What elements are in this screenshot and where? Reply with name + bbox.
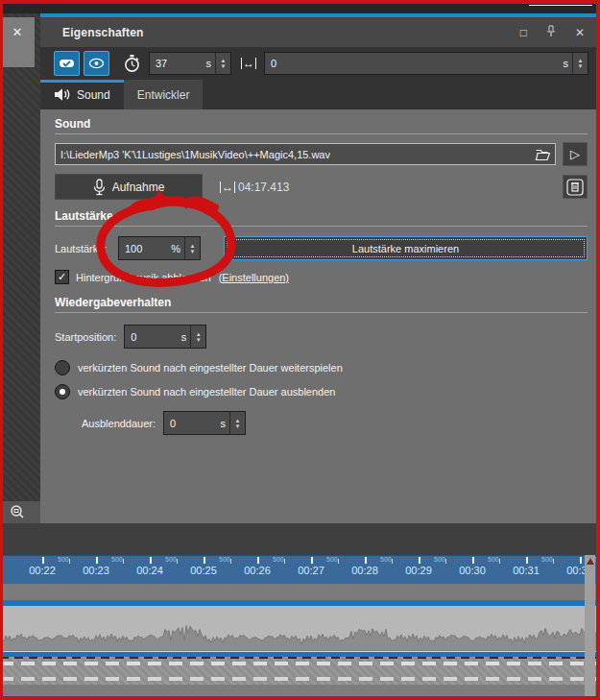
- radio-fade-out-label[interactable]: verkürzten Sound nach eingestellter Daue…: [78, 386, 335, 398]
- major-tick: [526, 557, 528, 564]
- background-music-fade-checkbox[interactable]: ✓: [55, 270, 69, 284]
- ruler-sub-label: 500: [219, 556, 230, 563]
- ruler-time-label: 00:26: [244, 565, 271, 576]
- play-icon: ▷: [570, 147, 580, 161]
- major-tick: [311, 557, 313, 564]
- sound-section-title: Sound: [55, 117, 588, 134]
- major-tick: [472, 557, 474, 564]
- background-music-fade-label[interactable]: Hintergrundmusik abblenden: [76, 272, 211, 283]
- track-dashed-border: [0, 657, 600, 659]
- timeline-ruler[interactable]: 00:2250000:2350000:2450000:2550000:26500…: [0, 555, 600, 586]
- minor-tick: [392, 559, 393, 564]
- annotation-border-right: [596, 0, 600, 700]
- volume-label: Lautstärke:: [55, 243, 118, 254]
- record-button[interactable]: Aufnahme: [55, 174, 203, 200]
- open-folder-icon[interactable]: [535, 148, 551, 161]
- visibility-toggle-button[interactable]: [84, 51, 109, 76]
- spin-down-icon[interactable]: ▼: [578, 63, 584, 69]
- duration-range-icon: ↔: [220, 181, 235, 193]
- ruler-time-label: 00:27: [298, 565, 324, 576]
- record-button-label: Aufnahme: [112, 181, 165, 194]
- dock-close-tile[interactable]: ✕: [0, 17, 35, 67]
- link-check-toggle-button[interactable]: [54, 51, 80, 76]
- panel-content: Sound I:\LiederMp3 'K'\1Lustiges\1MusikV…: [40, 109, 596, 523]
- duration-spinner[interactable]: ▲ ▼: [215, 53, 230, 74]
- microphone-icon: [93, 179, 106, 196]
- timeline-upper-strip: [0, 523, 600, 555]
- scroll-up-icon[interactable]: [587, 558, 594, 565]
- volume-section-title: Lautstärke: [55, 209, 588, 227]
- close-icon[interactable]: ✕: [12, 25, 23, 39]
- ruler-sub-label: 500: [434, 556, 445, 563]
- maximize-volume-button[interactable]: Lautstärke maximieren: [224, 236, 588, 260]
- minor-tick: [123, 559, 124, 564]
- spin-down-icon[interactable]: ▼: [190, 249, 196, 254]
- annotation-border-bottom: [0, 696, 600, 700]
- volume-spinner[interactable]: ▲ ▼: [184, 237, 200, 259]
- radio-continue-playing[interactable]: [55, 360, 70, 375]
- object-duration-field[interactable]: 37 s ▲ ▼: [149, 52, 231, 75]
- play-sound-button[interactable]: ▷: [563, 142, 588, 166]
- offset-spinner[interactable]: ▲ ▼: [572, 53, 588, 74]
- major-tick: [419, 557, 420, 564]
- spin-down-icon[interactable]: ▼: [235, 423, 241, 429]
- duration-unit: s: [206, 58, 212, 69]
- annotation-border-top: [0, 0, 600, 4]
- minor-tick: [284, 559, 285, 564]
- eye-icon: [88, 58, 105, 69]
- delete-sound-button[interactable]: [563, 175, 588, 199]
- minor-tick: [230, 559, 231, 564]
- ruler-sub-label: 500: [165, 556, 177, 563]
- fade-duration-field[interactable]: 0 s ▲ ▼: [163, 411, 246, 435]
- sound-duration-display: ↔ 04:17.413: [220, 181, 289, 194]
- ruler-sub-label: 500: [326, 556, 338, 563]
- empty-track-row[interactable]: [0, 657, 600, 687]
- duration-value[interactable]: 37: [156, 58, 167, 69]
- tab-sound[interactable]: Sound: [40, 80, 124, 109]
- zoom-tool-strip[interactable]: [0, 501, 40, 523]
- close-icon[interactable]: ✕: [575, 27, 585, 38]
- spin-down-icon[interactable]: ▼: [196, 337, 202, 343]
- volume-field[interactable]: 100 % ▲ ▼: [118, 236, 201, 260]
- radio-fade-out[interactable]: [55, 384, 70, 399]
- pin-icon[interactable]: [546, 25, 556, 39]
- maximize-volume-label: Lautstärke maximieren: [352, 243, 459, 254]
- link-check-icon: [59, 58, 75, 69]
- magnifier-icon[interactable]: [9, 504, 26, 521]
- radio-continue-playing-label[interactable]: verkürzten Sound nach eingestellter Daue…: [78, 362, 343, 374]
- offset-value[interactable]: 0: [271, 58, 276, 69]
- ruler-time-label: 00:31: [513, 565, 540, 576]
- fade-duration-spinner[interactable]: ▲ ▼: [229, 412, 245, 434]
- properties-panel: Eigenschaften □ ✕: [40, 13, 596, 523]
- track-dash-row-2: [0, 677, 600, 681]
- minor-tick: [338, 559, 339, 564]
- panel-titlebar[interactable]: Eigenschaften □ ✕: [40, 17, 596, 47]
- maximize-icon[interactable]: □: [520, 27, 527, 38]
- offset-unit: s: [564, 58, 569, 69]
- object-toolbar: 37 s ▲ ▼ ↔ 0 s ▲ ▼: [40, 47, 596, 80]
- object-offset-field[interactable]: 0 s ▲ ▼: [264, 52, 588, 75]
- timeline-scrollbar[interactable]: [585, 555, 595, 696]
- tab-entwickler[interactable]: Entwickler: [124, 80, 204, 109]
- start-position-spinner[interactable]: ▲ ▼: [190, 326, 205, 348]
- sound-file-path-field[interactable]: I:\LiederMp3 'K'\1Lustiges\1MusikVideo\+…: [55, 143, 556, 165]
- audio-waveform-track[interactable]: [0, 606, 600, 651]
- ruler-time-label: 00:22: [29, 565, 56, 576]
- waveform-graphic: [0, 606, 600, 651]
- major-tick: [42, 557, 44, 564]
- spin-down-icon[interactable]: ▼: [221, 63, 227, 69]
- tab-entwickler-label: Entwickler: [137, 88, 190, 102]
- major-tick: [257, 557, 259, 564]
- fade-duration-label: Ausblenddauer:: [82, 418, 156, 429]
- minor-tick: [177, 559, 178, 564]
- sound-file-path[interactable]: I:\LiederMp3 'K'\1Lustiges\1MusikVideo\+…: [60, 149, 330, 160]
- playback-section-title: Wiedergabeverhalten: [55, 296, 588, 313]
- volume-value[interactable]: 100: [125, 243, 142, 254]
- fade-duration-value[interactable]: 0: [170, 418, 176, 429]
- timeline-ruler-ticks: 00:2250000:2350000:2450000:2550000:26500…: [42, 556, 600, 585]
- volume-unit: %: [171, 243, 180, 254]
- start-position-field[interactable]: 0 s ▲ ▼: [124, 325, 206, 349]
- trash-icon: [566, 179, 584, 196]
- start-position-value[interactable]: 0: [131, 331, 136, 343]
- settings-link[interactable]: (Einstellungen): [219, 272, 289, 283]
